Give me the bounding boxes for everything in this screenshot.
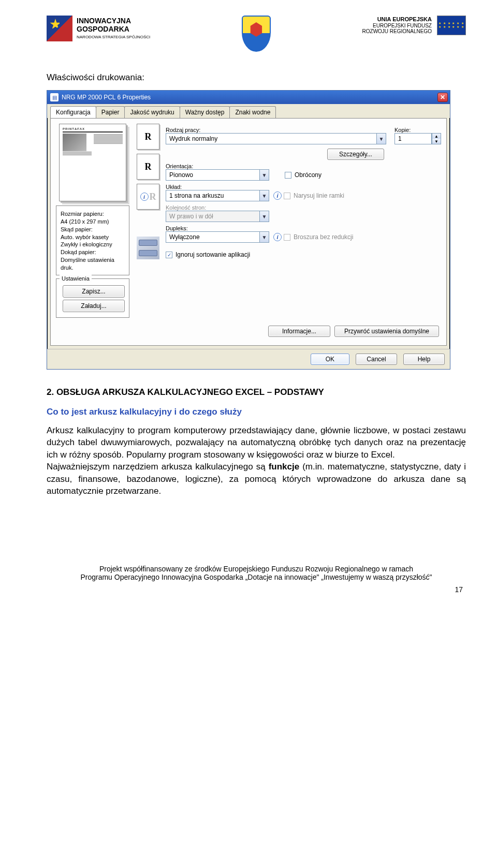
para2-a: Najważniejszym narzędziem arkusza kalkul… [47, 462, 269, 472]
paper-info-l2: A4 (210 x 297 mm) [61, 218, 109, 225]
heading-2: 2. OBSŁUGA ARKUSZA KALKULACYJNEGO EXCEL … [47, 387, 466, 398]
ignore-sort-checkbox[interactable]: ✓ [166, 252, 172, 258]
ok-button[interactable]: OK [311, 354, 349, 365]
frame-label: Narysuj linie ramki [294, 192, 344, 199]
info-button[interactable]: Informacje... [268, 326, 330, 337]
layout-thumb-3-label: R [150, 192, 156, 202]
details-button[interactable]: Szczegóły... [327, 149, 384, 160]
chevron-down-icon: ▼ [259, 169, 269, 181]
rotated-label: Obrócony [295, 171, 321, 179]
logo-innowacyjna-gospodarka: INNOWACYJNA GOSPODARKA NARODOWA STRATEGI… [47, 16, 150, 41]
paper-info-box: Rozmiar papieru: A4 (210 x 297 mm) Skąd … [56, 205, 129, 275]
help-button[interactable]: Help [403, 354, 445, 365]
dialog-title: NRG MP 2000 PCL 6 Properties [62, 94, 151, 101]
footer-line1: Projekt współfinansowany ze środków Euro… [47, 565, 466, 573]
settings-groupbox: Ustawienia Zapisz... Załaduj... [56, 278, 129, 318]
ig-logo-line1: INNOWACYJNA [77, 17, 150, 25]
eu-line3: ROZWOJU REGIONALNEGO [362, 28, 432, 34]
tab-konfiguracja[interactable]: Konfiguracja [50, 106, 96, 118]
page-header: INNOWACYJNA GOSPODARKA NARODOWA STRATEGI… [47, 16, 466, 52]
eu-flag-icon [437, 16, 466, 35]
eu-line2: EUROPEJSKI FUNDUSZ [373, 23, 432, 28]
orientation-label: Orientacja: [166, 163, 441, 169]
tab-papier[interactable]: Papier [96, 106, 125, 118]
para2-b: funkcje [269, 462, 300, 472]
cancel-button[interactable]: Cancel [356, 354, 397, 365]
paper-info-l5: Zwykły i ekologiczny [61, 241, 112, 247]
info-icon: i [140, 193, 149, 201]
paper-info-l6: Dokąd papier: [61, 249, 96, 255]
ignore-sort-label: Ignoruj sortowanie aplikacji [176, 251, 250, 258]
dialog-tabs: Konfiguracja Papier Jakość wydruku Ważny… [47, 104, 450, 118]
coat-of-arms-icon [242, 16, 271, 52]
logo-eu: UNIA EUROPEJSKA EUROPEJSKI FUNDUSZ ROZWO… [362, 16, 466, 35]
tab-jakosc-wydruku[interactable]: Jakość wydruku [124, 106, 180, 118]
job-type-value: Wydruk normalny [166, 135, 376, 142]
tab-wazny-dostep[interactable]: Ważny dostęp [180, 106, 230, 118]
info-icon[interactable]: i [273, 233, 282, 241]
save-button[interactable]: Zapisz... [63, 285, 125, 298]
job-type-select[interactable]: Wydruk normalny ▼ [166, 133, 386, 144]
settings-legend: Ustawienia [60, 275, 92, 283]
eu-line1: UNIA EUROPEJSKA [362, 16, 432, 23]
pageorder-select: W prawo i w dół ▼ [166, 211, 269, 222]
tab-znaki-wodne[interactable]: Znaki wodne [229, 106, 276, 118]
dialog-titlebar[interactable]: ▤ NRG MP 2000 PCL 6 Properties ✕ [47, 91, 450, 104]
paper-info-l7: Domyślne ustawienia druk. [61, 257, 114, 271]
copies-spinner[interactable]: ▲▼ [432, 133, 441, 144]
ig-logo-line2: GOSPODARKA [77, 25, 150, 33]
load-button[interactable]: Załaduj... [63, 300, 125, 312]
chevron-down-icon: ▼ [259, 211, 269, 222]
paragraph-1: Arkusz kalkulacyjny to program komputero… [47, 424, 466, 461]
close-button[interactable]: ✕ [437, 93, 448, 102]
layout-value: 1 strona na arkuszu [166, 192, 259, 199]
pageorder-value: W prawo i w dół [166, 213, 259, 220]
restore-defaults-button[interactable]: Przywróć ustawienia domyślne [334, 326, 439, 337]
fields-column: Rodzaj pracy: Wydruk normalny ▼ Kopie: 1 [166, 124, 441, 340]
layout-thumbnails: R R i R [137, 124, 159, 318]
layout-thumb-1[interactable]: R [137, 124, 159, 150]
printer-properties-dialog: ▤ NRG MP 2000 PCL 6 Properties ✕ Konfigu… [47, 90, 450, 370]
chevron-down-icon: ▼ [259, 231, 269, 243]
layout-thumb-3[interactable]: i R [137, 184, 159, 210]
layout-select[interactable]: 1 strona na arkuszu ▼ [166, 190, 269, 201]
frame-checkbox [284, 193, 290, 199]
footer-line2: Programu Operacyjnego Innowacyjna Gospod… [47, 573, 466, 581]
stack-thumb-icon[interactable] [137, 237, 159, 259]
rotated-checkbox[interactable] [285, 172, 291, 179]
paragraph-2: Najważniejszym narzędziem arkusza kalkul… [47, 461, 466, 497]
paper-info-l3: Skąd papier: [61, 226, 93, 232]
layout-thumb-2[interactable]: R [137, 154, 159, 180]
pageorder-label: Kolejność stron: [166, 204, 441, 211]
page-preview-thumbnail: PRINT&FAX [59, 124, 126, 201]
copies-value: 1 [395, 135, 431, 142]
booklet-checkbox [284, 234, 290, 241]
window-icon: ▤ [50, 93, 59, 101]
chevron-down-icon: ▼ [259, 190, 269, 201]
subheading: Co to jest arkusz kalkulacyjny i do czeg… [47, 407, 466, 417]
section-label: Właściwości drukowania: [47, 72, 466, 83]
paper-info-l1: Rozmiar papieru: [61, 211, 104, 217]
ig-logo-line3: NARODOWA STRATEGIA SPÓJNOŚCI [77, 35, 150, 39]
copies-input[interactable]: 1 [394, 133, 432, 144]
layout-label: Układ: [166, 184, 441, 190]
ig-logo-icon [47, 16, 72, 41]
dialog-button-bar: OK Cancel Help [47, 349, 450, 369]
page-number: 17 [47, 585, 466, 594]
duplex-select[interactable]: Wyłączone ▼ [166, 231, 269, 243]
booklet-label: Broszura bez redukcji [294, 233, 353, 241]
orientation-select[interactable]: Pionowo ▼ [166, 169, 269, 181]
paper-info-l4: Auto. wybór kasety [61, 234, 109, 240]
duplex-value: Wyłączone [166, 233, 259, 241]
duplex-label: Dupleks: [166, 225, 441, 231]
page-footer: Projekt współfinansowany ze środków Euro… [47, 565, 466, 581]
job-type-label: Rodzaj pracy: [166, 127, 386, 133]
copies-label: Kopie: [394, 127, 441, 133]
orientation-value: Pionowo [166, 171, 259, 179]
chevron-down-icon: ▼ [376, 133, 386, 144]
info-icon[interactable]: i [273, 192, 282, 200]
